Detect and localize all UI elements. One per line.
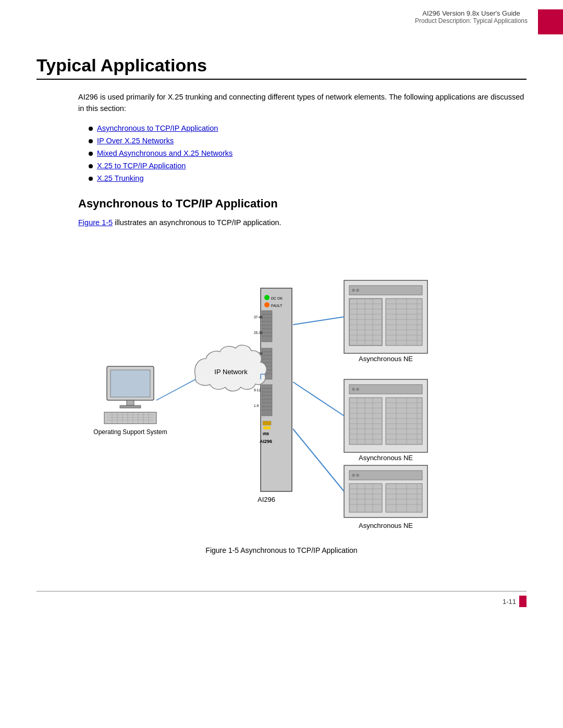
figure-link[interactable]: Figure 1-5 (78, 218, 113, 227)
svg-rect-76 (349, 398, 382, 445)
bullet-dot (89, 127, 93, 131)
svg-text:37-48: 37-48 (254, 315, 263, 319)
svg-point-38 (267, 426, 271, 429)
svg-line-123 (293, 382, 344, 416)
svg-rect-73 (349, 385, 422, 394)
svg-text:AI296: AI296 (260, 439, 272, 444)
svg-rect-105 (349, 484, 382, 512)
link-mixed[interactable]: Mixed Asynchronous and X.25 Networks (97, 149, 232, 157)
header-title: AI296 Version 9.8x User's Guide (415, 9, 528, 17)
diagram-svg: DC OK FAULT 37-48 25-36 (83, 239, 480, 541)
link-ip-x25[interactable]: IP Over X.25 Networks (97, 137, 174, 145)
svg-point-1 (264, 295, 270, 300)
main-content: Typical Applications AI296 is used prima… (0, 40, 563, 591)
section-text: Figure 1-5 illustrates an asynchronous t… (36, 217, 527, 228)
bullet-dot (89, 139, 93, 143)
bullet-dot (89, 152, 93, 156)
svg-line-143 (156, 379, 195, 400)
footer-page-number: 1-11 (503, 598, 516, 606)
svg-rect-46 (349, 299, 382, 346)
svg-text:DC OK: DC OK (271, 297, 283, 300)
figure-caption: Figure 1-5 Asynchronous to TCP/IP Applic… (36, 546, 527, 554)
svg-text:Asynchronous NE: Asynchronous NE (359, 454, 413, 462)
footer-accent-block (519, 596, 527, 607)
header-subtitle: Product Description: Typical Application… (415, 17, 528, 24)
svg-rect-5 (262, 311, 272, 342)
svg-rect-126 (111, 370, 150, 397)
diagram-container: DC OK FAULT 37-48 25-36 (83, 239, 480, 541)
svg-point-75 (356, 388, 359, 391)
svg-text:AI296: AI296 (258, 496, 275, 503)
svg-rect-127 (127, 400, 134, 405)
svg-text:9-12: 9-12 (254, 388, 261, 392)
section-heading: Asynchronous to TCP/IP Application (36, 197, 527, 211)
svg-rect-128 (120, 405, 141, 408)
header-text: AI296 Version 9.8x User's Guide Product … (415, 9, 528, 24)
svg-text:25-36: 25-36 (254, 331, 263, 335)
svg-rect-25 (262, 385, 272, 416)
svg-line-122 (293, 317, 344, 325)
bullet-list: Asynchronous to TCP/IP Application IP Ov… (36, 124, 527, 182)
list-item: Asynchronous to TCP/IP Application (89, 124, 527, 132)
list-item: X.25 to TCP/IP Application (89, 162, 527, 170)
header-accent-block (538, 9, 563, 34)
list-item: Mixed Asynchronous and X.25 Networks (89, 149, 527, 157)
list-item: X.25 Trunking (89, 174, 527, 182)
svg-point-3 (264, 302, 270, 307)
page-header: AI296 Version 9.8x User's Guide Product … (0, 0, 563, 40)
svg-rect-113 (386, 484, 422, 512)
page-title: Typical Applications (36, 55, 527, 80)
svg-rect-43 (349, 286, 422, 295)
svg-rect-35 (263, 421, 271, 425)
svg-text:FAULT: FAULT (271, 304, 283, 307)
svg-point-103 (352, 474, 355, 477)
svg-text:IP Network: IP Network (214, 368, 248, 376)
svg-text:IRB: IRB (263, 432, 269, 436)
svg-rect-59 (386, 299, 422, 346)
link-x25-trunking[interactable]: X.25 Trunking (97, 174, 143, 182)
intro-paragraph: AI296 is used primarily for X.25 trunkin… (36, 91, 527, 115)
svg-rect-102 (349, 471, 422, 480)
link-async-tcpip[interactable]: Asynchronous to TCP/IP Application (97, 124, 218, 132)
svg-point-45 (356, 289, 359, 292)
svg-text:Asynchronous NE: Asynchronous NE (359, 355, 413, 363)
page-footer: 1-11 (36, 591, 527, 607)
svg-rect-88 (386, 398, 422, 445)
bullet-dot (89, 164, 93, 168)
svg-line-124 (293, 429, 344, 491)
svg-text:Asynchronous NE: Asynchronous NE (359, 522, 413, 529)
svg-point-44 (352, 289, 355, 292)
svg-point-104 (356, 474, 359, 477)
list-item: IP Over X.25 Networks (89, 137, 527, 145)
svg-point-74 (352, 388, 355, 391)
bullet-dot (89, 177, 93, 181)
link-x25-tcpip[interactable]: X.25 to TCP/IP Application (97, 162, 186, 170)
svg-text:1-9: 1-9 (254, 404, 259, 408)
svg-text:Operating Support System: Operating Support System (93, 428, 167, 436)
